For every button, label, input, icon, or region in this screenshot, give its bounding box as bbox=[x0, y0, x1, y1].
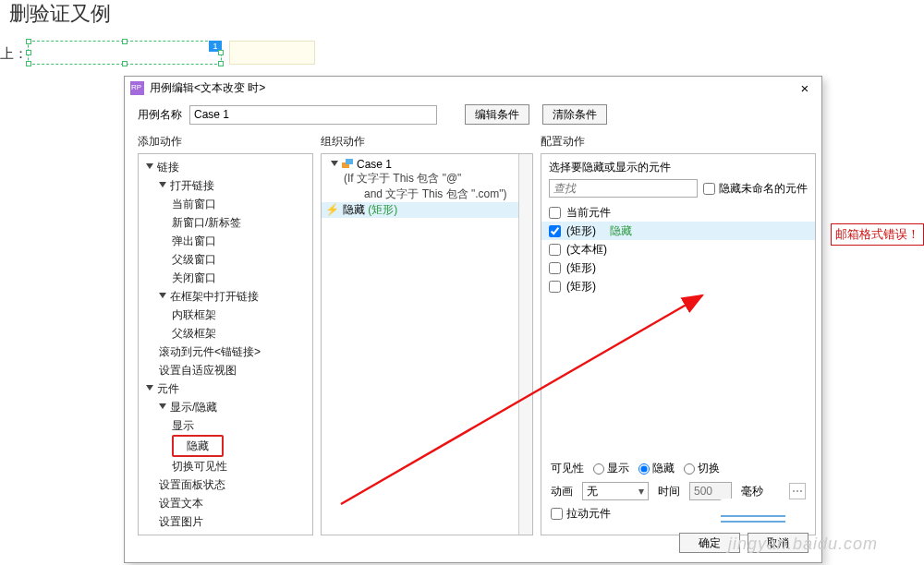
widget-row[interactable]: (矩形) bbox=[541, 258, 815, 277]
case-name-label: 用例名称 bbox=[138, 107, 182, 123]
resize-handle[interactable] bbox=[218, 61, 224, 66]
pull-widgets-checkbox[interactable]: 拉动元件 bbox=[551, 506, 611, 522]
app-icon bbox=[130, 81, 144, 95]
resize-handle[interactable] bbox=[122, 39, 128, 44]
bolt-icon: ⚡ bbox=[325, 203, 339, 216]
case-node[interactable]: Case 1 bbox=[325, 158, 529, 171]
hide-unnamed-checkbox[interactable]: 隐藏未命名的元件 bbox=[703, 181, 808, 197]
condition-line: (If 文字于 This 包含 "@" bbox=[325, 171, 529, 186]
resize-handle[interactable] bbox=[26, 50, 31, 55]
resize-handle[interactable] bbox=[218, 50, 224, 55]
tree-node-open-link[interactable]: 打开链接 bbox=[140, 176, 310, 195]
organize-action-panel: Case 1 (If 文字于 This 包含 "@" and 文字于 This … bbox=[321, 153, 533, 535]
organize-toolbar[interactable] bbox=[518, 154, 532, 535]
tree-item[interactable]: 内联框架 bbox=[140, 306, 310, 324]
resize-handle[interactable] bbox=[26, 61, 31, 66]
visibility-label: 可见性 bbox=[551, 461, 584, 476]
dialog-titlebar: 用例编辑<文本改变 时> × bbox=[125, 77, 821, 99]
tree-item[interactable]: 弹出窗口 bbox=[140, 232, 310, 250]
tree-item[interactable]: 滚动到元件<锚链接> bbox=[140, 343, 310, 361]
edit-condition-button[interactable]: 编辑条件 bbox=[465, 104, 529, 125]
tree-item[interactable]: 设置文本 bbox=[140, 494, 310, 512]
tree-item[interactable]: 新窗口/新标签 bbox=[140, 213, 310, 232]
error-callout: 邮箱格式错误！ bbox=[831, 223, 924, 246]
widget-list: 当前元件 (矩形) 隐藏 (文本框) (矩形) (矩形) bbox=[541, 203, 815, 295]
watermark-text: jingyan.baidu.com bbox=[728, 535, 878, 554]
configure-action-panel: 选择要隐藏或显示的元件 隐藏未命名的元件 当前元件 (矩形) 隐藏 (文本框) … bbox=[541, 153, 816, 535]
widget-row[interactable]: (矩形) bbox=[541, 277, 815, 295]
more-options-icon[interactable]: ⋯ bbox=[789, 483, 806, 499]
time-unit: 毫秒 bbox=[741, 484, 763, 499]
tree-node-open-in-frame[interactable]: 在框架中打开链接 bbox=[140, 287, 310, 306]
condition-line: and 文字于 This 包含 ".com") bbox=[325, 186, 529, 202]
widget-row-selected[interactable]: (矩形) 隐藏 bbox=[541, 222, 815, 240]
animation-label: 动画 bbox=[551, 484, 573, 499]
tree-item[interactable]: 父级窗口 bbox=[140, 250, 310, 269]
tree-item-toggle-visibility[interactable]: 切换可见性 bbox=[140, 457, 310, 475]
tree-node-links[interactable]: 链接 bbox=[140, 158, 310, 176]
pick-widgets-label: 选择要隐藏或显示的元件 bbox=[549, 160, 808, 175]
time-label: 时间 bbox=[658, 484, 680, 499]
case-name-row: 用例名称 编辑条件 清除条件 bbox=[125, 99, 821, 134]
organize-action-heading: 组织动作 bbox=[321, 134, 533, 153]
widget-search-input[interactable] bbox=[549, 179, 698, 198]
tree-item-hide[interactable]: 隐藏 bbox=[140, 435, 310, 457]
resize-handle[interactable] bbox=[26, 39, 31, 44]
tree-item[interactable]: 设置选中 bbox=[140, 531, 310, 535]
add-action-heading: 添加动作 bbox=[138, 134, 313, 153]
configure-action-heading: 配置动作 bbox=[541, 134, 816, 153]
field-label-fragment: 上： bbox=[0, 45, 28, 63]
action-row-selected[interactable]: ⚡隐藏 (矩形) bbox=[322, 202, 532, 218]
action-tree[interactable]: 链接 打开链接 当前窗口 新窗口/新标签 弹出窗口 父级窗口 关闭窗口 在框架中… bbox=[139, 154, 312, 535]
tree-item[interactable]: 当前窗口 bbox=[140, 195, 310, 213]
watermark-cloud-icon bbox=[711, 499, 795, 530]
case-editor-dialog: 用例编辑<文本改变 时> × 用例名称 编辑条件 清除条件 添加动作 链接 打开… bbox=[124, 76, 822, 563]
selected-widget-outline[interactable]: 1 bbox=[28, 41, 222, 65]
tree-item[interactable]: 设置图片 bbox=[140, 512, 310, 531]
radio-show[interactable]: 显示 bbox=[593, 461, 629, 476]
tree-node-show-hide[interactable]: 显示/隐藏 bbox=[140, 398, 310, 416]
time-input[interactable] bbox=[689, 482, 732, 500]
tree-item[interactable]: 父级框架 bbox=[140, 324, 310, 343]
close-button[interactable]: × bbox=[794, 80, 816, 96]
case-name-input[interactable] bbox=[189, 105, 437, 125]
tree-item[interactable]: 设置面板状态 bbox=[140, 475, 310, 494]
page-heading-fragment: 删验证又例 bbox=[9, 0, 111, 28]
clear-condition-button[interactable]: 清除条件 bbox=[542, 104, 607, 125]
widget-row[interactable]: (文本框) bbox=[541, 240, 815, 258]
dialog-title: 用例编辑<文本改变 时> bbox=[150, 80, 794, 96]
tree-node-widgets[interactable]: 元件 bbox=[140, 379, 310, 398]
case-action-tree[interactable]: Case 1 (If 文字于 This 包含 "@" and 文字于 This … bbox=[322, 154, 532, 222]
widget-row[interactable]: 当前元件 bbox=[541, 203, 815, 222]
tree-item[interactable]: 设置自适应视图 bbox=[140, 361, 310, 379]
radio-hide[interactable]: 隐藏 bbox=[638, 461, 675, 476]
animation-select[interactable]: 无 bbox=[582, 482, 649, 500]
add-action-panel: 链接 打开链接 当前窗口 新窗口/新标签 弹出窗口 父级窗口 关闭窗口 在框架中… bbox=[138, 153, 313, 535]
radio-toggle[interactable]: 切换 bbox=[684, 461, 720, 476]
tree-item-show[interactable]: 显示 bbox=[140, 416, 310, 435]
resize-handle[interactable] bbox=[122, 61, 128, 66]
tree-item[interactable]: 关闭窗口 bbox=[140, 269, 310, 287]
case-icon bbox=[342, 159, 353, 168]
adjacent-widget[interactable] bbox=[229, 41, 315, 65]
